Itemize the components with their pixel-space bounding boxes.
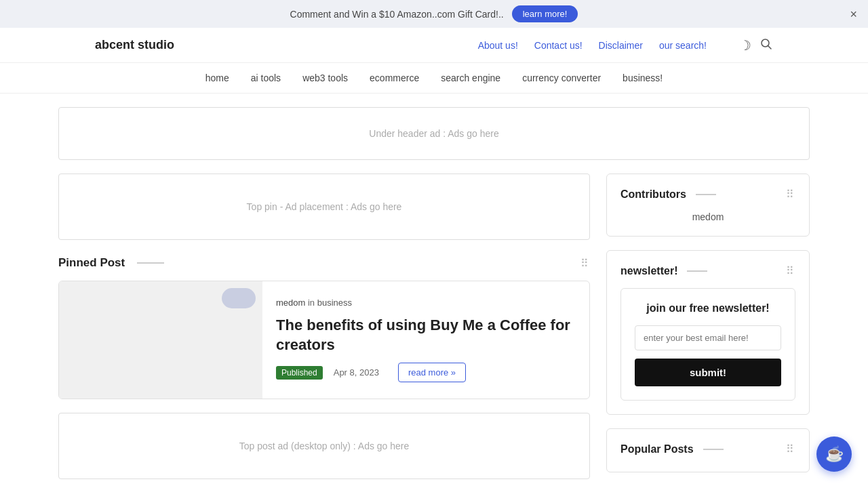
- post-author: medom: [276, 298, 305, 308]
- top-nav: abcent studio About us! Contact us! Disc…: [0, 28, 868, 63]
- newsletter-header: newsletter! ⠿: [620, 264, 795, 277]
- nav-home[interactable]: home: [205, 73, 229, 83]
- nav-contact[interactable]: Contact us!: [534, 40, 583, 51]
- post-meta-in: in: [308, 298, 317, 308]
- site-logo: abcent studio: [95, 38, 174, 52]
- read-more-button[interactable]: read more »: [398, 363, 466, 382]
- search-button[interactable]: [760, 37, 773, 53]
- close-announcement-button[interactable]: ×: [850, 8, 857, 20]
- nav-business[interactable]: business!: [623, 73, 663, 83]
- secondary-nav: home ai tools web3 tools ecommerce searc…: [0, 63, 868, 94]
- theme-toggle-button[interactable]: ☽: [739, 37, 751, 53]
- announcement-bar: Comment and Win a $10 Amazon..com Gift C…: [0, 0, 868, 28]
- contributors-card: Contributors ⠿ medom: [606, 174, 810, 237]
- newsletter-inner: join our free newsletter! submit!: [620, 288, 795, 401]
- newsletter-inner-title: join our free newsletter!: [635, 302, 781, 314]
- pinned-post-dots-icon: ⠿: [580, 257, 590, 270]
- popular-posts-dots-icon: ⠿: [786, 443, 795, 455]
- search-icon: [760, 37, 773, 51]
- learn-more-button[interactable]: learn more!: [512, 5, 578, 22]
- announcement-text: Comment and Win a $10 Amazon..com Gift C…: [290, 9, 504, 20]
- email-input[interactable]: [635, 325, 781, 350]
- post-category: business: [317, 298, 352, 308]
- newsletter-card: newsletter! ⠿ join our free newsletter! …: [606, 250, 810, 415]
- published-badge: Published: [276, 366, 323, 380]
- main-content: Top pin - Ad placement : Ads go here Pin…: [58, 174, 590, 486]
- nav-ecommerce[interactable]: ecommerce: [370, 73, 419, 83]
- pinned-post-card: medom in business The benefits of using …: [58, 281, 590, 399]
- contributor-name: medom: [620, 211, 795, 222]
- nav-search-engine[interactable]: search engine: [441, 73, 500, 83]
- nav-search[interactable]: our search!: [659, 40, 707, 51]
- post-footer: Published Apr 8, 2023 read more »: [276, 363, 576, 382]
- coffee-icon: ☕: [825, 445, 844, 463]
- nav-web3-tools[interactable]: web3 tools: [302, 73, 348, 83]
- top-nav-links: About us! Contact us! Disclaimer our sea…: [478, 40, 707, 51]
- post-info: medom in business The benefits of using …: [262, 281, 589, 399]
- newsletter-title: newsletter!: [620, 265, 707, 277]
- main-wrapper: Under header ad : Ads go here Top pin - …: [47, 107, 821, 486]
- contributors-dots-icon: ⠿: [786, 188, 795, 201]
- content-area: Top pin - Ad placement : Ads go here Pin…: [58, 174, 810, 486]
- pinned-post-divider: [137, 262, 164, 264]
- pinned-post-section-header: Pinned Post ⠿: [58, 256, 590, 270]
- pinned-post-title: Pinned Post: [58, 256, 164, 270]
- svg-line-1: [768, 46, 772, 49]
- contributors-divider: [696, 194, 716, 195]
- nav-currency-converter[interactable]: currency converter: [522, 73, 601, 83]
- nav-ai-tools[interactable]: ai tools: [251, 73, 281, 83]
- popular-posts-title: Popular Posts: [620, 443, 724, 455]
- post-date: Apr 8, 2023: [334, 367, 379, 378]
- top-pin-ad: Top pin - Ad placement : Ads go here: [58, 174, 590, 240]
- post-meta: medom in business: [276, 298, 576, 308]
- popular-posts-header: Popular Posts ⠿: [620, 443, 795, 455]
- newsletter-divider: [687, 270, 707, 272]
- submit-button[interactable]: submit!: [635, 359, 781, 386]
- newsletter-dots-icon: ⠿: [786, 264, 795, 277]
- sidebar: Contributors ⠿ medom newsletter! ⠿: [606, 174, 810, 486]
- popular-posts-card: Popular Posts ⠿: [606, 428, 810, 472]
- post-image: [59, 281, 262, 399]
- header-ad-banner: Under header ad : Ads go here: [58, 107, 810, 160]
- post-title: The benefits of using Buy Me a Coffee fo…: [276, 316, 576, 354]
- bottom-ad: Top post ad (desktop only) : Ads go here: [58, 413, 590, 479]
- top-nav-icons: ☽: [739, 37, 773, 53]
- popular-posts-divider: [703, 449, 724, 450]
- contributors-header: Contributors ⠿: [620, 188, 795, 201]
- nav-about[interactable]: About us!: [478, 40, 518, 51]
- post-image-decor: [222, 288, 256, 308]
- floating-coffee-button[interactable]: ☕: [816, 436, 852, 472]
- nav-disclaimer[interactable]: Disclaimer: [599, 40, 643, 51]
- contributors-title: Contributors: [620, 188, 716, 201]
